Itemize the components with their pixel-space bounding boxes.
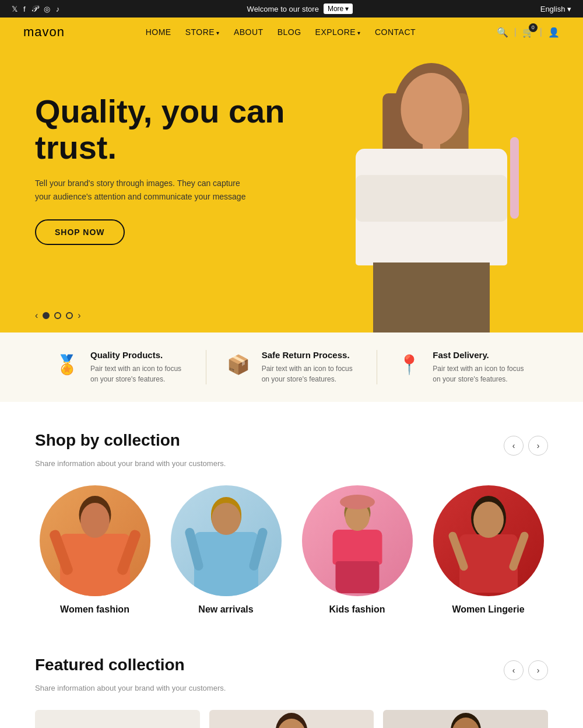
featured-next-button[interactable]: › (528, 660, 548, 680)
hero-next-arrow[interactable]: › (78, 310, 80, 321)
search-icon[interactable]: 🔍 (497, 27, 508, 38)
nav-explore[interactable]: EXPLORE (315, 27, 361, 37)
featured-card-women-portrait[interactable] (209, 710, 374, 728)
collection-title: Shop by collection (35, 431, 180, 450)
feature-return-text: Safe Return Process. Pair text with an i… (262, 350, 360, 384)
hero-section: Quality, you can trust. Tell your brand'… (0, 47, 583, 332)
collection-item-women[interactable]: Women fashion (35, 485, 154, 615)
collection-label-women: Women fashion (60, 604, 129, 615)
lingerie-figure (433, 485, 544, 596)
dot-3[interactable] (66, 312, 73, 319)
women-figure (40, 485, 150, 596)
features-bar: 🏅 Quality Products. Pair text with an ic… (0, 332, 583, 402)
featured-section: Featured collection ‹ › Share informatio… (0, 632, 583, 728)
shop-now-button[interactable]: SHOP NOW (35, 219, 125, 245)
feature-quality-title: Quality Products. (90, 350, 188, 360)
nav-contact[interactable]: CONTACT (375, 27, 416, 37)
main-nav: HOME STORE ABOUT BLOG EXPLORE CONTACT (146, 27, 416, 37)
collection-label-lingerie: Women Lingerie (452, 604, 524, 615)
tiktok-icon[interactable]: ♪ (56, 5, 60, 13)
welcome-message: Welcome to our store More ▾ (247, 4, 353, 14)
account-icon[interactable]: 👤 (548, 27, 560, 38)
feature-return-desc: Pair text with an icon to focus on your … (262, 363, 360, 384)
feature-delivery-title: Fast Delivery. (433, 350, 531, 360)
collection-circle-women (40, 485, 150, 596)
feature-return-title: Safe Return Process. (262, 350, 360, 360)
feature-quality-desc: Pair text with an icon to focus on your … (90, 363, 188, 384)
collection-section: Shop by collection ‹ › Share information… (0, 402, 583, 632)
nav-icons: 🔍 | 🛒 0 | 👤 (497, 27, 560, 38)
hero-dots: ‹ › (35, 310, 81, 321)
featured-title-area: Featured collection (35, 656, 185, 674)
more-button[interactable]: More ▾ (324, 4, 353, 14)
hero-subtitle: Tell your brand's story through images. … (35, 177, 251, 203)
hero-image (280, 47, 583, 332)
feature-quality-text: Quality Products. Pair text with an icon… (90, 350, 188, 384)
nav-home[interactable]: HOME (146, 27, 171, 37)
collection-circle-lingerie (433, 485, 544, 596)
nav-about[interactable]: ABOUT (234, 27, 264, 37)
facebook-icon[interactable]: f (23, 5, 26, 13)
feature-quality: 🏅 Quality Products. Pair text with an ic… (35, 350, 206, 384)
language-selector[interactable]: English ▾ (540, 5, 571, 13)
collection-title-area: Shop by collection (35, 431, 180, 450)
collection-label-kids: Kids fashion (329, 604, 385, 615)
featured-grid (35, 710, 548, 728)
chevron-down-icon: ▾ (345, 5, 349, 13)
dot-1[interactable] (43, 312, 50, 319)
delivery-icon: 📍 (395, 350, 424, 379)
collection-grid: Women fashion New arrivals (35, 485, 548, 615)
cart-badge: 0 (529, 23, 538, 32)
collection-item-lingerie[interactable]: Women Lingerie (429, 485, 548, 615)
divider: | (514, 27, 517, 37)
feature-delivery-text: Fast Delivery. Pair text with an icon to… (433, 350, 531, 384)
men-figure (171, 485, 282, 596)
divider2: | (540, 27, 542, 37)
logo[interactable]: mavon (23, 24, 65, 40)
top-bar: 𝕏 f 𝒫 ◎ ♪ Welcome to our store More ▾ En… (0, 0, 583, 18)
instagram-icon[interactable]: ◎ (44, 5, 50, 13)
quality-icon: 🏅 (52, 350, 82, 379)
collection-item-new-arrivals[interactable]: New arrivals (166, 485, 286, 615)
pinterest-icon[interactable]: 𝒫 (31, 4, 38, 14)
collection-item-kids[interactable]: Kids fashion (297, 485, 417, 615)
hero-title: Quality, you can trust. (35, 93, 292, 165)
cart-icon-wrap[interactable]: 🛒 0 (522, 27, 534, 38)
hero-prev-arrow[interactable]: ‹ (35, 310, 38, 321)
collection-prev-button[interactable]: ‹ (504, 436, 524, 456)
twitter-icon[interactable]: 𝕏 (12, 5, 17, 13)
header: mavon HOME STORE ABOUT BLOG EXPLORE CONT… (0, 18, 583, 47)
collection-next-button[interactable]: › (528, 436, 548, 456)
featured-title: Featured collection (35, 656, 185, 674)
collection-label-new-arrivals: New arrivals (198, 604, 253, 615)
welcome-text: Welcome to our store (247, 5, 319, 13)
feature-delivery-desc: Pair text with an icon to focus on your … (433, 363, 531, 384)
feature-return: 📦 Safe Return Process. Pair text with an… (206, 350, 378, 384)
nav-store[interactable]: STORE (185, 27, 220, 37)
nav-blog[interactable]: BLOG (278, 27, 301, 37)
collection-nav-arrows: ‹ › (504, 431, 548, 456)
featured-header: Featured collection ‹ › (35, 656, 548, 680)
featured-prev-button[interactable]: ‹ (504, 660, 524, 680)
hero-text: Quality, you can trust. Tell your brand'… (35, 82, 292, 245)
chevron-down-icon: ▾ (567, 5, 571, 13)
feature-delivery: 📍 Fast Delivery. Pair text with an icon … (377, 350, 548, 384)
featured-card-men-portrait[interactable] (383, 710, 548, 728)
social-icons: 𝕏 f 𝒫 ◎ ♪ (12, 4, 59, 14)
collection-subtitle: Share information about your brand with … (35, 459, 548, 468)
dot-2[interactable] (54, 312, 61, 319)
featured-subtitle: Share information about your brand with … (35, 684, 548, 692)
collection-circle-men (171, 485, 282, 596)
featured-card-earrings[interactable] (35, 710, 200, 728)
collection-circle-kids (302, 485, 413, 596)
kids-figure (302, 485, 413, 596)
collection-header: Shop by collection ‹ › (35, 431, 548, 456)
featured-nav-arrows: ‹ › (504, 656, 548, 680)
return-icon: 📦 (224, 350, 253, 379)
